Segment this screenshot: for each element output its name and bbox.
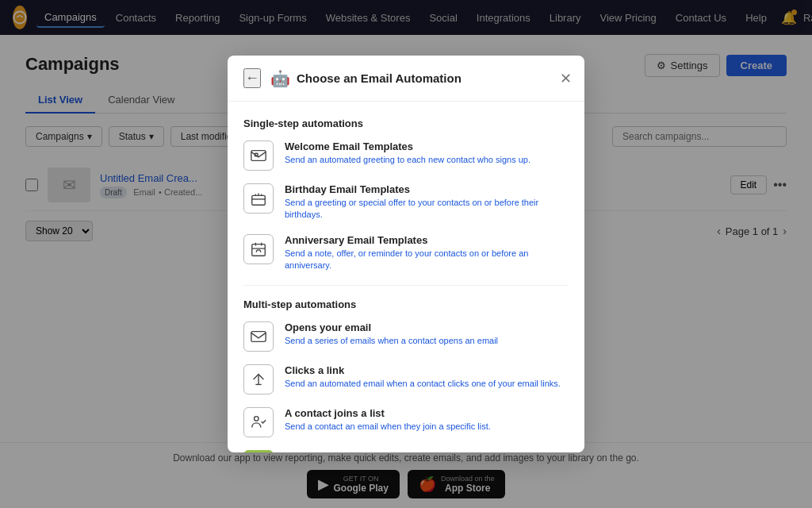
automation-joins-list[interactable]: A contact joins a list Send a contact an… <box>243 407 569 437</box>
anniversary-icon <box>243 234 274 264</box>
opens-email-desc: Send a series of emails when a contact o… <box>285 335 498 347</box>
clicks-link-icon <box>243 364 274 394</box>
opens-email-icon <box>243 321 274 352</box>
birthday-icon <box>243 183 274 214</box>
automation-birthday[interactable]: Birthday Email Templates Send a greeting… <box>243 183 569 221</box>
joins-list-desc: Send a contact an email when they join a… <box>285 421 491 433</box>
clicks-link-desc: Send an automated email when a contact c… <box>285 378 561 390</box>
anniversary-name: Anniversary Email Templates <box>285 234 569 246</box>
clicks-link-name: Clicks a link <box>285 364 561 376</box>
joins-list-icon <box>243 407 274 437</box>
robot-icon: 🤖 <box>270 69 290 88</box>
birthday-desc: Send a greeting or special offer to your… <box>285 197 569 221</box>
shopify-name: Shopify order <box>285 450 499 452</box>
single-step-title: Single-step automations <box>243 117 569 129</box>
welcome-name: Welcome Email Templates <box>285 140 530 152</box>
welcome-desc: Send an automated greeting to each new c… <box>285 154 530 166</box>
automation-welcome[interactable]: Welcome Email Templates Send an automate… <box>243 140 569 171</box>
automation-opens-email[interactable]: Opens your email Send a series of emails… <box>243 321 569 352</box>
shopify-icon: S <box>243 450 274 452</box>
svg-rect-3 <box>252 195 266 205</box>
anniversary-desc: Send a note, offer, or reminder to your … <box>285 248 569 272</box>
opens-email-name: Opens your email <box>285 321 498 333</box>
multi-step-title: Multi-step automations <box>243 298 569 310</box>
modal-title: Choose an Email Automation <box>297 71 462 85</box>
automation-modal: ← 🤖 Choose an Email Automation ✕ Single-… <box>228 56 584 452</box>
automation-shopify[interactable]: S Shopify order Send emails when a conta… <box>243 450 569 452</box>
section-divider <box>243 285 569 286</box>
automation-anniversary[interactable]: Anniversary Email Templates Send a note,… <box>243 234 569 272</box>
svg-rect-1 <box>251 151 266 161</box>
joins-list-name: A contact joins a list <box>285 407 491 419</box>
modal-close-button[interactable]: ✕ <box>560 70 572 87</box>
modal-body: Single-step automations Welcome Email Te… <box>228 102 584 452</box>
welcome-icon <box>243 140 274 171</box>
modal-back-button[interactable]: ← <box>243 68 261 88</box>
birthday-name: Birthday Email Templates <box>285 183 569 195</box>
automation-clicks-link[interactable]: Clicks a link Send an automated email wh… <box>243 364 569 394</box>
modal-overlay[interactable]: ← 🤖 Choose an Email Automation ✕ Single-… <box>0 0 812 508</box>
svg-rect-5 <box>251 331 266 341</box>
modal-header: ← 🤖 Choose an Email Automation ✕ <box>228 56 584 102</box>
svg-point-6 <box>255 416 259 421</box>
